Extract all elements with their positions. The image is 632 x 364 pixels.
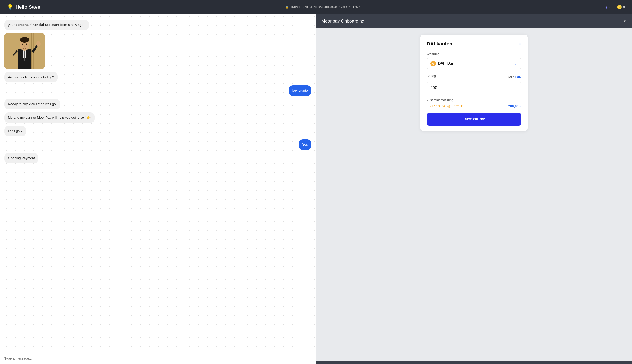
intro-bubble: your personal financial assistant from a… bbox=[5, 20, 89, 30]
user-yes-bubble: Yes bbox=[299, 140, 311, 150]
amount-input[interactable]: 200 bbox=[427, 82, 521, 94]
svg-point-8 bbox=[20, 37, 30, 42]
summary-dai-amount: ~ 217.13 DAI @ 0,921 € bbox=[427, 104, 463, 108]
app-title: 💡 Hello Save bbox=[7, 4, 40, 10]
wallet-address: 🔒 0x0a8EE7dd56F99C3bcB1b47824d9173Ef0719… bbox=[285, 5, 360, 9]
chevron-down-icon: ⌄ bbox=[514, 61, 517, 66]
svg-point-9 bbox=[22, 44, 24, 45]
summary-row: ~ 217.13 DAI @ 0,921 € 200,00 € bbox=[427, 104, 521, 108]
currency-dropdown[interactable]: ◎ DAI - Dai ⌄ bbox=[427, 58, 521, 69]
buy-button[interactable]: Jetzt kaufen bbox=[427, 113, 521, 126]
svg-rect-3 bbox=[36, 33, 36, 69]
betrag-toggle[interactable]: DAI / EUR bbox=[507, 75, 521, 79]
user-buycrypto-bubble: buy crypto bbox=[289, 86, 311, 96]
svg-rect-13 bbox=[26, 66, 30, 69]
chat-panel: your personal financial assistant from a… bbox=[0, 14, 316, 364]
bot-letsgo-bubble: Let's go ? bbox=[5, 126, 26, 136]
chat-input-row[interactable] bbox=[0, 352, 316, 364]
dai-icon: ◎ bbox=[430, 61, 436, 66]
chat-messages: your personal financial assistant from a… bbox=[0, 14, 316, 352]
card-header: DAI kaufen ≡ bbox=[427, 41, 521, 47]
hamburger-icon[interactable]: ≡ bbox=[518, 41, 521, 47]
svg-rect-6 bbox=[24, 50, 25, 61]
coin-balance: 🪙 0 bbox=[617, 5, 625, 10]
moonpay-header: Moonpay Onboarding × bbox=[316, 14, 632, 28]
topbar: 💡 Hello Save 🔒 0x0a8EE7dd56F99C3bcB1b478… bbox=[0, 0, 632, 14]
coin-icon: 🪙 bbox=[617, 5, 622, 10]
svg-rect-12 bbox=[20, 66, 24, 69]
question-bubble: Are you feeling curious today ? bbox=[5, 72, 58, 82]
chat-input[interactable] bbox=[5, 356, 311, 360]
summary-label: Zusammenfassung bbox=[427, 98, 521, 102]
eth-balance: ◈ 0 bbox=[605, 5, 611, 10]
chat-image bbox=[5, 33, 45, 69]
main-content: your personal financial assistant from a… bbox=[0, 14, 632, 364]
svg-point-10 bbox=[26, 44, 27, 45]
moonpay-footer bbox=[316, 361, 632, 364]
card-title: DAI kaufen bbox=[427, 41, 452, 47]
moonpay-close-button[interactable]: × bbox=[624, 18, 627, 24]
betrag-row: Betrag DAI / EUR bbox=[427, 74, 521, 80]
currency-dropdown-left: ◎ DAI - Dai bbox=[430, 61, 453, 66]
bot-ready-bubble: Ready to buy ? ok ! then let's go. bbox=[5, 99, 60, 110]
token-balances: ◈ 0 🪙 0 bbox=[605, 5, 625, 10]
moonpay-card: DAI kaufen ≡ Währung ◎ DAI - Dai ⌄ Betra… bbox=[420, 35, 527, 131]
betrag-label: Betrag bbox=[427, 74, 436, 78]
currency-name: DAI - Dai bbox=[438, 62, 453, 66]
svg-point-11 bbox=[36, 41, 41, 46]
summary-eur-amount: 200,00 € bbox=[508, 104, 521, 108]
moonpay-title: Moonpay Onboarding bbox=[321, 18, 364, 24]
moonpay-panel: Moonpay Onboarding × DAI kaufen ≡ Währun… bbox=[316, 14, 632, 364]
moonpay-body: DAI kaufen ≡ Währung ◎ DAI - Dai ⌄ Betra… bbox=[316, 28, 632, 361]
bot-moonpay-bubble: Me and my partner MoonPay will help you … bbox=[5, 112, 95, 123]
eth-icon: ◈ bbox=[605, 5, 608, 10]
currency-label: Währung bbox=[427, 52, 521, 56]
bot-opening-payment-bubble: Opening Payment bbox=[5, 153, 38, 164]
lock-icon: 🔒 bbox=[285, 5, 289, 9]
lightbulb-icon: 💡 bbox=[7, 4, 13, 10]
